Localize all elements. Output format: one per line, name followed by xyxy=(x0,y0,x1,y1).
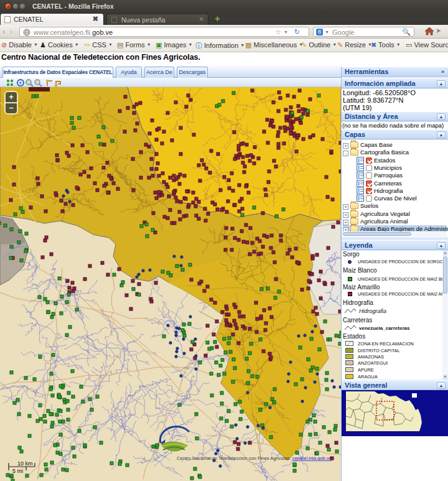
svg-text:5 mi: 5 mi xyxy=(12,468,23,474)
svg-text:Centro Nacional de Teledetecci: Centro Nacional de Teledeteccion con Fin… xyxy=(177,455,332,461)
svg-text:10 km: 10 km xyxy=(17,460,33,467)
